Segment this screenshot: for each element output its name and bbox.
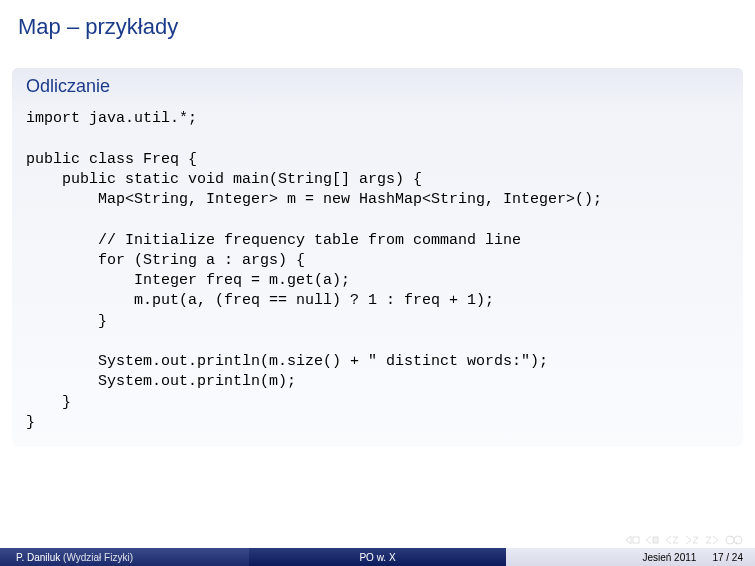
nav-prev-icon[interactable] [643,534,661,546]
svg-point-2 [726,536,734,544]
svg-rect-1 [653,537,658,543]
nav-first-icon[interactable] [623,534,641,546]
block-title: Odliczanie [12,68,743,103]
footer-right: Jesień 2011 17 / 24 [506,548,755,566]
footer-page: 17 / 24 [712,552,743,563]
footer-date: Jesień 2011 [642,552,696,563]
page-sep: / [724,552,732,563]
footer-author: P. Daniluk [16,552,60,563]
svg-point-3 [734,536,742,544]
nav-icons [623,534,745,546]
nav-fwd-icon[interactable] [703,534,721,546]
svg-rect-0 [633,537,639,543]
nav-back-icon[interactable] [663,534,681,546]
nav-next-icon[interactable] [683,534,701,546]
footer: P. Daniluk (Wydział Fizyki) PO w. X Jesi… [0,548,755,566]
code-block: Odliczanie import java.util.*; public cl… [12,68,743,447]
code-listing: import java.util.*; public class Freq { … [12,103,743,447]
page-total: 24 [732,552,743,563]
nav-refresh-icon[interactable] [723,534,745,546]
footer-author-area: P. Daniluk (Wydział Fizyki) [0,548,249,566]
page-current: 17 [712,552,723,563]
footer-affiliation: (Wydział Fizyki) [63,552,133,563]
footer-center: PO w. X [249,548,506,566]
slide-title: Map – przykłady [0,0,755,50]
